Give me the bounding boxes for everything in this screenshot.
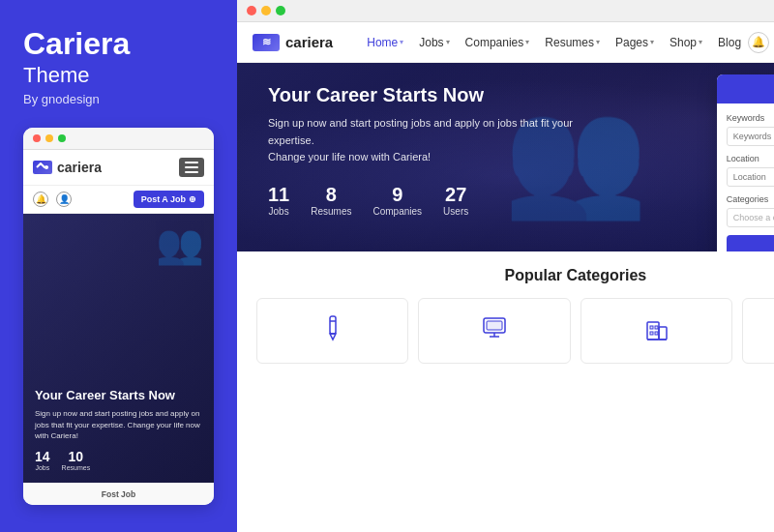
chrome-dot-yellow bbox=[261, 6, 271, 15]
mockup-bell-icon[interactable]: 🔔 bbox=[33, 192, 48, 207]
mockup-post-job-button[interactable]: Post A Job ⊕ bbox=[134, 191, 204, 208]
nav-link-blog-label: Blog bbox=[718, 36, 741, 49]
mockup-footer-text: Fost Job bbox=[102, 489, 135, 499]
mockup-logo-icon bbox=[33, 161, 52, 174]
svg-rect-11 bbox=[650, 326, 653, 329]
nav-jobs-chevron-icon: ▾ bbox=[446, 38, 450, 46]
hero-stats: 11 Jobs 8 Resumes 9 Companies 27 Users bbox=[268, 184, 578, 217]
nav-links: Home ▾ Jobs ▾ Companies ▾ Resumes ▾ Page… bbox=[360, 32, 748, 53]
mockup-icon-group: 🔔 👤 bbox=[33, 192, 72, 207]
mockup-logo-text: cariera bbox=[57, 160, 102, 175]
nav-link-jobs-label: Jobs bbox=[419, 36, 443, 49]
nav-icon-group: 🔔 👤 bbox=[748, 32, 774, 53]
hero-stat-companies: 9 Companies bbox=[373, 184, 423, 217]
hero-title: Your Career Starts Now bbox=[268, 82, 578, 107]
hero-stat-users-label: Users bbox=[443, 206, 468, 217]
categories-label: Categories bbox=[727, 194, 774, 204]
hero-stat-jobs: 11 Jobs bbox=[268, 184, 289, 217]
search-button[interactable]: 🔍 SEARCH bbox=[727, 235, 774, 251]
hero-stat-resumes-num: 8 bbox=[311, 184, 351, 206]
mockup-hero: 👥 Your Career Starts Now Sign up now and… bbox=[23, 214, 214, 483]
nav-link-pages-label: Pages bbox=[615, 36, 648, 49]
nav-link-pages[interactable]: Pages ▾ bbox=[609, 32, 661, 53]
location-field-group: Location ⊕ bbox=[727, 154, 774, 187]
nav-link-jobs[interactable]: Jobs ▾ bbox=[412, 32, 456, 53]
svg-rect-1 bbox=[330, 316, 336, 334]
mockup-hamburger-icon[interactable] bbox=[179, 158, 204, 177]
nav-companies-chevron-icon: ▾ bbox=[525, 38, 529, 46]
location-label: Location bbox=[727, 154, 774, 163]
svg-rect-14 bbox=[655, 332, 658, 335]
site-logo-text: cariera bbox=[285, 34, 333, 50]
category-card-design[interactable] bbox=[256, 298, 408, 364]
svg-point-0 bbox=[45, 165, 48, 169]
mockup-stat-resumes: 10 Resumes bbox=[62, 449, 91, 471]
mockup-post-job-icon: ⊕ bbox=[189, 194, 196, 204]
search-card-header: SEARCH bbox=[717, 74, 774, 103]
keywords-field-group: Keywords bbox=[727, 113, 774, 146]
mobile-mockup: cariera 🔔 👤 Post A Job ⊕ 👥 bbox=[23, 128, 214, 505]
mockup-logo: cariera bbox=[33, 160, 102, 175]
nav-link-companies[interactable]: Companies ▾ bbox=[459, 32, 537, 53]
mockup-stat-resumes-label: Resumes bbox=[62, 464, 91, 471]
nav-link-shop-label: Shop bbox=[670, 36, 697, 49]
browser-content: cariera Home ▾ Jobs ▾ Companies ▾ Resume… bbox=[237, 22, 774, 532]
nav-link-home-label: Home bbox=[367, 36, 398, 49]
hero-stat-users-num: 27 bbox=[443, 184, 468, 206]
nav-bell-icon[interactable]: 🔔 bbox=[748, 32, 769, 53]
mockup-dot-yellow bbox=[45, 134, 53, 142]
category-card-hr[interactable] bbox=[742, 298, 774, 364]
svg-marker-2 bbox=[330, 334, 336, 340]
category-card-tech[interactable] bbox=[418, 298, 570, 364]
categories-select[interactable]: Choose a category... bbox=[727, 208, 774, 227]
categories-select-wrapper: Choose a category... bbox=[727, 207, 774, 227]
site-logo: cariera bbox=[253, 34, 333, 51]
keywords-input[interactable] bbox=[727, 127, 774, 146]
mockup-nav: cariera bbox=[23, 150, 214, 186]
mockup-icons-row: 🔔 👤 Post A Job ⊕ bbox=[23, 186, 214, 214]
nav-home-chevron-icon: ▾ bbox=[400, 38, 403, 46]
hero-stat-resumes-label: Resumes bbox=[311, 206, 351, 217]
mockup-dot-green bbox=[58, 134, 66, 142]
svg-rect-7 bbox=[487, 321, 502, 330]
nav-link-resumes[interactable]: Resumes ▾ bbox=[538, 32, 607, 53]
nav-link-home[interactable]: Home ▾ bbox=[360, 32, 410, 53]
brand-by: By gnodesign bbox=[23, 92, 214, 106]
hamburger-line-1 bbox=[185, 162, 198, 163]
mockup-dot-red bbox=[33, 134, 41, 142]
svg-rect-8 bbox=[647, 322, 659, 340]
mockup-hero-content: Your Career Starts Now Sign up now and s… bbox=[35, 388, 202, 471]
nav-shop-chevron-icon: ▾ bbox=[699, 38, 702, 46]
location-input-wrapper: ⊕ bbox=[727, 166, 774, 187]
keywords-label: Keywords bbox=[727, 113, 774, 123]
hero-stat-users: 27 Users bbox=[443, 184, 468, 217]
hero-stat-companies-label: Companies bbox=[373, 206, 423, 217]
category-card-business[interactable] bbox=[580, 298, 732, 364]
categories-grid bbox=[256, 298, 774, 364]
nav-link-shop[interactable]: Shop ▾ bbox=[663, 32, 709, 53]
mockup-stats: 14 Jobs 10 Resumes bbox=[35, 449, 202, 471]
brand-logo: Cariera bbox=[23, 27, 214, 61]
hero-section: 👥 Your Career Starts Now Sign up now and… bbox=[237, 63, 774, 251]
categories-field-group: Categories Choose a category... bbox=[727, 194, 774, 227]
browser-chrome bbox=[237, 0, 774, 22]
mockup-stat-jobs-num: 14 bbox=[35, 449, 50, 464]
nav-resumes-chevron-icon: ▾ bbox=[596, 38, 600, 46]
mockup-user-icon[interactable]: 👤 bbox=[56, 192, 72, 207]
mockup-post-job-label: Post A Job bbox=[141, 194, 186, 204]
chrome-dot-green bbox=[276, 6, 285, 15]
nav-link-blog[interactable]: Blog bbox=[711, 32, 748, 53]
right-panel: cariera Home ▾ Jobs ▾ Companies ▾ Resume… bbox=[237, 0, 774, 532]
monitor-icon bbox=[477, 310, 512, 345]
hero-stat-resumes: 8 Resumes bbox=[311, 184, 351, 217]
search-card-body: Keywords Location ⊕ Categories bbox=[717, 103, 774, 251]
hamburger-line-2 bbox=[185, 166, 198, 168]
location-input[interactable] bbox=[727, 167, 774, 187]
svg-rect-12 bbox=[655, 326, 658, 329]
search-card: SEARCH Keywords Location ⊕ Categ bbox=[717, 74, 774, 251]
svg-rect-9 bbox=[659, 327, 667, 340]
building-icon bbox=[640, 310, 674, 345]
mockup-footer-strip: Fost Job bbox=[23, 483, 214, 505]
mockup-stat-jobs: 14 Jobs bbox=[35, 449, 50, 471]
hero-subtitle: Sign up now and start posting jobs and a… bbox=[268, 115, 578, 166]
